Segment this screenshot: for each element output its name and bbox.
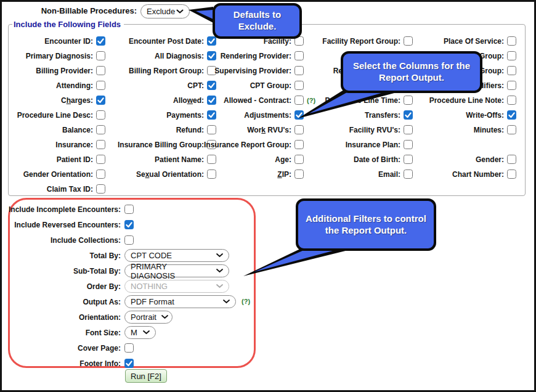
procedure-line-note-checkbox[interactable] <box>507 96 516 105</box>
insurance-plan-checkbox[interactable] <box>404 140 413 149</box>
run-button[interactable]: Run [F2] <box>125 369 167 383</box>
encounter-post-date-checkbox[interactable] <box>207 36 216 46</box>
primary-diagnosis-label: Primary Diagnosis: <box>26 52 93 60</box>
field-cell: Attending: <box>56 80 105 91</box>
sub-total-by-select[interactable]: PRIMARY DIAGNOSIS <box>124 264 229 277</box>
encounter-post-date-label: Encounter Post Date: <box>129 37 204 46</box>
field-cell: Payments: <box>166 110 216 120</box>
allowed-contract-checkbox[interactable] <box>294 96 304 105</box>
callout-select-columns: Select the Columns for the Report Output… <box>341 51 482 93</box>
filter-row: Output As:PDF Format(?) <box>0 295 536 309</box>
attending-checkbox[interactable] <box>96 81 105 90</box>
footer-info-checkbox[interactable] <box>124 359 134 368</box>
zip-checkbox[interactable] <box>294 169 304 179</box>
total-by-select[interactable]: CPT CODE <box>124 249 229 262</box>
adjustments-label: Adjustments: <box>244 111 291 120</box>
allowed-contract-label: Allowed - Contract: <box>224 96 291 105</box>
allowed-checkbox[interactable] <box>207 96 216 105</box>
balance-label: Balance: <box>62 126 93 134</box>
patient-name-checkbox[interactable] <box>207 155 216 164</box>
place-of-service-checkbox[interactable] <box>507 36 516 46</box>
modifiers-checkbox[interactable] <box>507 81 516 90</box>
refund-checkbox[interactable] <box>207 125 216 134</box>
patient-id-checkbox[interactable] <box>96 155 105 164</box>
chart-number-label: Chart Number: <box>452 170 504 179</box>
include-incomplete-encounters-label: Include Incomplete Encounters: <box>9 203 121 216</box>
output-as-label: Output As: <box>83 295 121 309</box>
field-cell: Billing Report Group: <box>129 65 216 76</box>
write-offs-label: Write-Offs: <box>466 111 504 120</box>
field-cell: Supervising Provider: <box>214 65 304 76</box>
date-of-birth-checkbox[interactable] <box>404 155 413 164</box>
primary-diagnosis-checkbox[interactable] <box>96 51 105 60</box>
claim-tax-id-checkbox[interactable] <box>96 184 105 194</box>
chevron-down-icon <box>216 269 223 273</box>
referring-report-group-checkbox[interactable] <box>507 66 516 75</box>
insurance-plan-label: Insurance Plan: <box>346 141 400 149</box>
insurance-report-group-checkbox[interactable] <box>294 140 304 149</box>
orientation-select[interactable]: Portrait <box>124 311 173 324</box>
field-cell: Facility RVU's: <box>349 125 413 135</box>
filter-row: Footer Info: <box>0 357 536 370</box>
all-diagnosis-checkbox[interactable] <box>207 51 216 60</box>
facility-report-group-checkbox[interactable] <box>404 36 413 46</box>
chevron-down-icon <box>223 300 230 304</box>
rendering-provider-checkbox[interactable] <box>294 51 304 60</box>
help-icon[interactable]: (?) <box>307 97 315 104</box>
filter-row: Include Incomplete Encounters: <box>0 203 536 216</box>
supervising-provider-checkbox[interactable] <box>294 66 304 75</box>
output-as-select[interactable]: PDF Format <box>124 295 236 308</box>
field-cell: CPT: <box>187 80 216 91</box>
order-by-select[interactable]: NOTHING <box>124 280 229 293</box>
billing-provider-checkbox[interactable] <box>96 66 105 75</box>
procedure-line-time-checkbox[interactable] <box>404 96 413 105</box>
sub-total-by-label: Sub-Total By: <box>73 264 121 278</box>
font-size-label: Font Size: <box>86 326 121 340</box>
adjustments-checkbox[interactable] <box>294 110 304 120</box>
field-cell: Place Of Service: <box>444 36 516 46</box>
gender-orientation-checkbox[interactable] <box>96 169 105 179</box>
field-cell: Allowed: <box>173 95 216 105</box>
font-size-value: M <box>131 328 137 337</box>
work-rvu-s-checkbox[interactable] <box>294 125 304 134</box>
minutes-checkbox[interactable] <box>507 125 516 134</box>
filter-row: Cover Page: <box>0 341 536 355</box>
filter-row: Include Reversed Encounters: <box>0 218 536 232</box>
font-size-select[interactable]: M <box>124 326 156 339</box>
include-reversed-encounters-checkbox[interactable] <box>124 220 134 229</box>
field-cell: Sexual Orientation: <box>136 169 216 179</box>
cpt-checkbox[interactable] <box>207 81 216 90</box>
include-reversed-encounters-label: Include Reversed Encounters: <box>14 218 121 232</box>
billing-report-group-label: Billing Report Group: <box>129 67 204 75</box>
field-cell: Procedure Line Note: <box>429 95 516 105</box>
chevron-down-icon <box>216 284 223 288</box>
field-cell: Insurance Report Group: <box>204 139 304 150</box>
non-billable-procedures-select[interactable]: Exclude <box>140 4 190 18</box>
rendering-report-group-checkbox[interactable] <box>507 51 516 60</box>
charges-checkbox[interactable] <box>96 96 105 105</box>
email-checkbox[interactable] <box>404 169 413 179</box>
include-collections-checkbox[interactable] <box>124 235 134 245</box>
include-incomplete-encounters-checkbox[interactable] <box>124 205 134 214</box>
field-cell: Insurance Billing Group: <box>118 139 216 150</box>
gender-checkbox[interactable] <box>507 155 516 164</box>
gender-orientation-label: Gender Orientation: <box>23 170 93 179</box>
encounter-id-checkbox[interactable] <box>96 36 105 46</box>
balance-checkbox[interactable] <box>96 125 105 134</box>
sexual-orientation-checkbox[interactable] <box>207 169 216 179</box>
help-icon[interactable]: (?) <box>242 298 250 305</box>
write-offs-checkbox[interactable] <box>507 110 516 120</box>
filter-row: Include Collections: <box>0 234 536 247</box>
cover-page-checkbox[interactable] <box>124 343 134 353</box>
email-label: Email: <box>378 170 400 179</box>
chart-number-checkbox[interactable] <box>507 169 516 179</box>
insurance-checkbox[interactable] <box>96 140 105 149</box>
cpt-group-checkbox[interactable] <box>294 81 304 90</box>
payments-checkbox[interactable] <box>207 110 216 120</box>
facility-rvu-s-checkbox[interactable] <box>404 125 413 134</box>
procedure-line-desc-checkbox[interactable] <box>96 110 105 120</box>
age-checkbox[interactable] <box>294 155 304 164</box>
facility-rvu-s-label: Facility RVU's: <box>349 126 400 134</box>
transfers-checkbox[interactable] <box>404 110 413 120</box>
field-cell: Refund: <box>176 125 216 135</box>
